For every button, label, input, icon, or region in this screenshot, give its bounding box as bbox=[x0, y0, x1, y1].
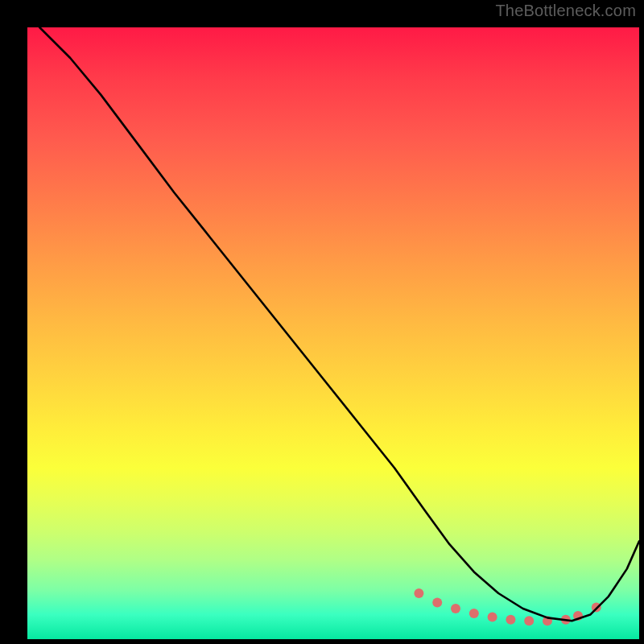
bottleneck-curve bbox=[39, 27, 639, 621]
marker-dot bbox=[414, 588, 423, 598]
plot-area bbox=[27, 27, 639, 639]
chart-svg bbox=[27, 27, 639, 639]
watermark-text: TheBottleneck.com bbox=[495, 2, 636, 20]
marker-dot bbox=[451, 604, 460, 613]
marker-dot bbox=[469, 609, 479, 618]
marker-dot bbox=[488, 613, 497, 622]
chart-frame bbox=[11, 11, 633, 633]
marker-dot bbox=[432, 597, 442, 607]
marker-dot bbox=[506, 615, 515, 625]
marker-dot bbox=[524, 616, 534, 625]
